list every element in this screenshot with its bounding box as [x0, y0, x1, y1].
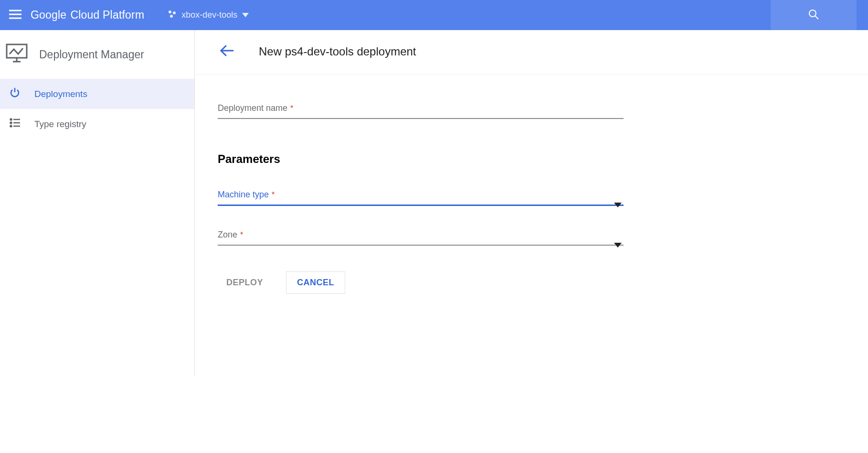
machine-type-select-line[interactable] [218, 205, 624, 206]
svg-point-5 [170, 15, 173, 18]
svg-marker-20 [614, 203, 622, 207]
machine-type-label: Machine type [218, 190, 269, 200]
required-marker: * [240, 231, 243, 239]
svg-point-7 [809, 10, 816, 17]
service-title: Deployment Manager [39, 48, 144, 61]
svg-point-3 [169, 11, 171, 13]
dropdown-caret-icon [242, 10, 249, 20]
dropdown-caret-icon [614, 202, 622, 210]
deployment-name-label: Deployment name [218, 103, 287, 113]
project-picker-icon [167, 9, 177, 21]
deployment-form: Deployment name* Parameters Machine type… [195, 75, 644, 313]
sidebar-item-label: Type registry [34, 119, 86, 129]
brand-google: Google [31, 9, 66, 22]
sidebar-item-type-registry[interactable]: Type registry [0, 109, 194, 139]
deployment-name-field[interactable]: Deployment name* [218, 103, 625, 119]
svg-line-8 [815, 16, 818, 19]
page-title: New ps4-dev-tools deployment [259, 45, 416, 58]
search-icon [808, 9, 819, 22]
deployment-manager-icon [6, 43, 28, 65]
required-marker: * [272, 191, 275, 199]
sidebar-header: Deployment Manager [0, 30, 194, 79]
brand-logo[interactable]: Google Cloud Platform [31, 9, 144, 22]
main-content: New ps4-dev-tools deployment Deployment … [195, 30, 868, 313]
search-button[interactable] [771, 0, 857, 30]
parameters-heading: Parameters [218, 152, 625, 166]
list-icon [10, 118, 20, 130]
cancel-button[interactable]: CANCEL [286, 271, 345, 294]
zone-label: Zone [218, 230, 237, 240]
svg-point-17 [11, 126, 12, 127]
machine-type-field[interactable]: Machine type* [218, 190, 625, 206]
hamburger-icon [9, 10, 21, 21]
form-actions: DEPLOY CANCEL [218, 271, 625, 294]
sidebar-item-label: Deployments [34, 89, 87, 99]
top-app-bar: Google Cloud Platform xbox-dev-tools [0, 0, 868, 30]
arrow-left-icon [220, 44, 234, 59]
project-picker[interactable]: xbox-dev-tools [167, 0, 249, 30]
svg-point-15 [11, 122, 12, 124]
svg-marker-21 [614, 243, 622, 248]
back-button[interactable] [218, 43, 236, 61]
svg-marker-6 [242, 13, 249, 17]
zone-field[interactable]: Zone* [218, 230, 625, 246]
deploy-button[interactable]: DEPLOY [218, 272, 272, 293]
power-icon [10, 87, 20, 100]
sidebar-item-deployments[interactable]: Deployments [0, 79, 194, 109]
main-header: New ps4-dev-tools deployment [195, 30, 868, 75]
brand-rest: Cloud Platform [70, 9, 144, 22]
dropdown-caret-icon [614, 242, 622, 250]
project-picker-name: xbox-dev-tools [181, 10, 237, 20]
deployment-name-input-line[interactable] [218, 118, 624, 119]
sidebar: Deployment Manager Deployments Type regi… [0, 30, 195, 376]
required-marker: * [290, 104, 293, 112]
zone-select-line[interactable] [218, 245, 624, 246]
svg-point-4 [173, 11, 176, 14]
svg-point-13 [11, 119, 12, 120]
svg-rect-9 [7, 44, 27, 58]
nav-menu-button[interactable] [0, 0, 31, 30]
